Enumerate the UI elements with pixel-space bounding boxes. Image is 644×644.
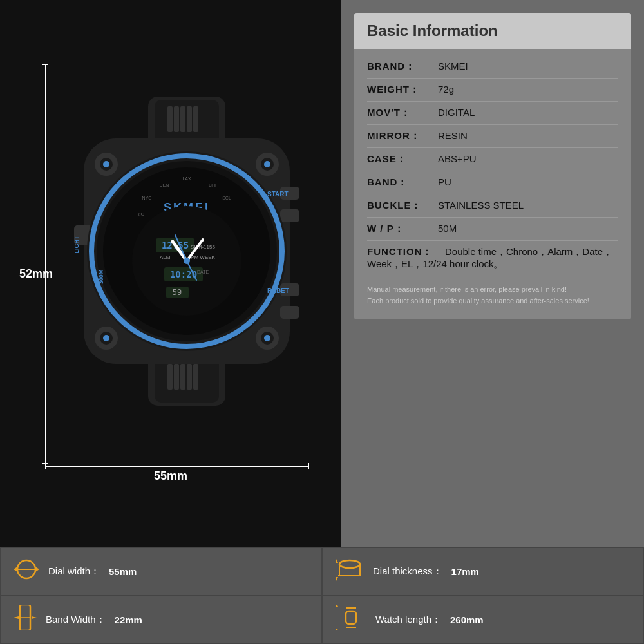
svg-marker-76 bbox=[336, 577, 338, 581]
svg-rect-12 bbox=[187, 364, 192, 390]
svg-rect-5 bbox=[187, 106, 192, 132]
band-width-label: Band Width： bbox=[46, 614, 106, 626]
svg-text:300M: 300M bbox=[98, 270, 104, 285]
svg-marker-68 bbox=[14, 567, 17, 572]
svg-text:START: START bbox=[267, 191, 289, 198]
case-value: ABS+PU bbox=[438, 153, 618, 164]
svg-rect-6 bbox=[193, 106, 198, 132]
svg-point-24 bbox=[264, 161, 270, 167]
width-dimension: 55mm bbox=[154, 469, 187, 483]
movt-label: MOV'T： bbox=[367, 107, 438, 119]
watch-length-label: Watch length： bbox=[375, 614, 441, 626]
svg-text:LAX: LAX bbox=[182, 176, 191, 181]
dial-thickness-cell: Dial thickness： 17mm bbox=[322, 547, 644, 596]
brand-row: BRAND： SKMEI bbox=[367, 55, 618, 79]
svg-rect-11 bbox=[180, 364, 185, 390]
watch-panel: 52mm bbox=[0, 0, 341, 547]
watch-image-container: LAX DEN CHI NYC SCL RIO SKMEI 12 DUAL TI… bbox=[58, 32, 316, 470]
svg-rect-13 bbox=[193, 364, 198, 390]
bottom-stats-bar: Dial width： 55mm Dial thickness： 17mm bbox=[0, 547, 644, 644]
height-dimension: 52mm bbox=[19, 267, 53, 281]
wp-label: W / P： bbox=[367, 223, 438, 235]
svg-text:RIO: RIO bbox=[137, 212, 145, 216]
wp-row: W / P： 50M bbox=[367, 218, 618, 241]
svg-marker-85 bbox=[336, 605, 338, 607]
disclaimer-line2: Each product sold to provide quality ass… bbox=[367, 297, 589, 305]
watch-length-cell: Watch length： 260mm bbox=[322, 596, 644, 644]
vertical-dimension-line bbox=[45, 64, 46, 464]
band-label: BAND： bbox=[367, 176, 438, 189]
svg-marker-69 bbox=[35, 567, 39, 572]
svg-point-61 bbox=[184, 258, 190, 264]
svg-text:SCL: SCL bbox=[222, 196, 231, 200]
svg-rect-28 bbox=[280, 209, 299, 222]
disclaimer-line1: Manual measurement, if there is an error… bbox=[367, 285, 567, 293]
svg-text:ALM: ALM bbox=[160, 254, 171, 260]
svg-rect-30 bbox=[280, 306, 299, 319]
band-row: BAND： PU bbox=[367, 171, 618, 194]
svg-text:59: 59 bbox=[173, 288, 182, 297]
svg-rect-10 bbox=[174, 364, 179, 390]
case-row: CASE： ABS+PU bbox=[367, 148, 618, 171]
dial-thickness-icon bbox=[336, 556, 364, 587]
buckle-label: BUCKLE： bbox=[367, 200, 438, 212]
svg-rect-4 bbox=[180, 106, 185, 132]
svg-text:CHI: CHI bbox=[209, 183, 216, 187]
case-label: CASE： bbox=[367, 153, 438, 166]
info-title: Basic Information bbox=[367, 22, 498, 39]
weight-row: WEIGHT： 72g bbox=[367, 79, 618, 102]
band-width-cell: Band Width： 22mm bbox=[0, 596, 322, 644]
band-width-value: 22mm bbox=[115, 614, 142, 625]
svg-point-25 bbox=[103, 335, 109, 341]
svg-point-23 bbox=[103, 161, 109, 167]
svg-rect-81 bbox=[346, 611, 356, 624]
disclaimer: Manual measurement, if there is an error… bbox=[367, 276, 618, 307]
svg-marker-80 bbox=[32, 616, 37, 619]
horizontal-dimension-line bbox=[45, 466, 309, 467]
svg-text:NYC: NYC bbox=[142, 196, 152, 200]
info-body: BRAND： SKMEI WEIGHT： 72g MOV'T： DIGITAL … bbox=[354, 49, 631, 319]
svg-marker-86 bbox=[336, 629, 338, 630]
dial-width-cell: Dial width： 55mm bbox=[0, 547, 322, 596]
watch-svg: LAX DEN CHI NYC SCL RIO SKMEI 12 DUAL TI… bbox=[64, 97, 309, 406]
watch-length-icon bbox=[336, 605, 366, 635]
dial-width-label: Dial width： bbox=[48, 565, 100, 578]
mirror-value: RESIN bbox=[438, 130, 618, 141]
svg-point-26 bbox=[264, 335, 270, 341]
svg-text:LIGHT: LIGHT bbox=[73, 236, 80, 253]
function-label: FUNCTION： bbox=[367, 246, 433, 257]
movt-value: DIGITAL bbox=[438, 107, 618, 118]
svg-point-70 bbox=[339, 560, 360, 568]
svg-marker-79 bbox=[14, 616, 19, 619]
function-row: FUNCTION： Double time，Chrono，Alarm，Date，… bbox=[367, 241, 618, 276]
dial-thickness-label: Dial thickness： bbox=[373, 565, 442, 578]
weight-label: WEIGHT： bbox=[367, 84, 438, 96]
svg-text:PM WEEK: PM WEEK bbox=[191, 254, 215, 260]
buckle-row: BUCKLE： STAINLESS STEEL bbox=[367, 194, 618, 218]
band-width-icon bbox=[14, 605, 37, 635]
svg-marker-75 bbox=[336, 559, 338, 563]
svg-text:REBET: REBET bbox=[267, 287, 289, 294]
brand-label: BRAND： bbox=[367, 61, 438, 73]
svg-rect-9 bbox=[167, 364, 173, 390]
svg-rect-2 bbox=[167, 106, 173, 132]
dial-thickness-value: 17mm bbox=[451, 566, 479, 577]
watch-length-value: 260mm bbox=[450, 614, 484, 625]
weight-value: 72g bbox=[438, 84, 618, 95]
movt-row: MOV'T： DIGITAL bbox=[367, 102, 618, 125]
dial-width-icon bbox=[14, 556, 39, 587]
svg-text:DATE: DATE bbox=[197, 270, 209, 274]
mirror-label: MIRROR： bbox=[367, 130, 438, 142]
info-card: Basic Information BRAND： SKMEI WEIGHT： 7… bbox=[354, 13, 631, 319]
info-panel: Basic Information BRAND： SKMEI WEIGHT： 7… bbox=[341, 0, 644, 547]
mirror-row: MIRROR： RESIN bbox=[367, 125, 618, 148]
buckle-value: STAINLESS STEEL bbox=[438, 200, 618, 211]
band-value: PU bbox=[438, 176, 618, 187]
brand-value: SKMEI bbox=[438, 61, 618, 71]
svg-rect-3 bbox=[174, 106, 179, 132]
info-header: Basic Information bbox=[354, 13, 631, 49]
dial-width-value: 55mm bbox=[109, 566, 137, 577]
wp-value: 50M bbox=[438, 223, 618, 234]
svg-text:DEN: DEN bbox=[160, 183, 169, 187]
